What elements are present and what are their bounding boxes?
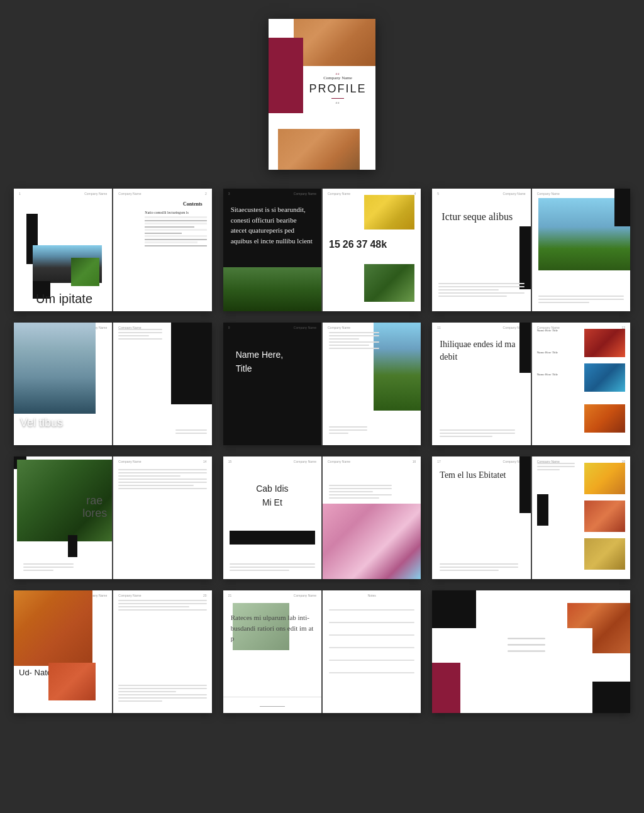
cover-bottom-photo [278, 129, 360, 170]
company-name: Company Name [118, 460, 141, 463]
spread-4-right-page: Company Name 8 [113, 323, 211, 445]
page-header-22: Notes [328, 594, 416, 597]
page-num: 3 [228, 192, 230, 196]
quote-text: Sitaecustest is si bearundit, conesti of… [231, 204, 314, 246]
bottom-divider-line [223, 706, 321, 707]
spread-2: 3 Company Name Sitaecustest is si bearun… [223, 189, 421, 311]
page-num: 11 [437, 326, 441, 329]
spread-9-right-page: Company Name 18 [532, 456, 630, 579]
company-name: Company Name [294, 460, 316, 463]
name-text: Name Here, [236, 348, 283, 362]
bottom-text-lines [118, 685, 206, 704]
spread-11-left-page: 21 Company Name Rateces mi ulparum lab i… [223, 590, 321, 713]
small-text-top [329, 485, 392, 501]
company-name: Company Name [294, 594, 316, 597]
spread-6: 11 Company Name Ihiliquae endes id ma de… [432, 323, 630, 445]
um-ipitate-text: Um ipitate [36, 292, 92, 306]
spread-10: 19 Company Name Ud- Nate Company Name 20 [14, 590, 212, 713]
spread-10-left-page: 19 Company Name Ud- Nate [14, 590, 112, 713]
page-header-2: Company Name 2 [118, 192, 206, 196]
tem-heading: Tem el lus Ebitatet [440, 469, 506, 482]
stat-48k: 48k [370, 239, 387, 250]
spread-5-right-page: Company Name 10 [323, 323, 421, 445]
cab-line1: Cab Idis [223, 482, 321, 495]
vel-tibus-text: Vel tibus [20, 416, 63, 429]
blue-water-photo [584, 363, 625, 392]
spread-7-left-page: 13 Company Name rae lores [14, 456, 112, 579]
name-title-text: Name Here, Title [236, 348, 283, 376]
company-name: Company Name [328, 460, 350, 463]
black-small-block [68, 535, 77, 557]
stat-15: 15 [329, 239, 340, 250]
spread-12-back-cover [432, 590, 630, 713]
small-text-block [438, 283, 524, 299]
left-text [537, 463, 575, 472]
yellow-flowers-photo [364, 195, 414, 230]
page-header-6: Company Name 6 [537, 192, 625, 196]
page-header-14: Company Name 14 [118, 460, 206, 463]
spread-5: 9 Company Name Name Here, Title Company … [223, 323, 421, 445]
page-num: 9 [228, 326, 230, 329]
name1-label: Name Here Title [537, 329, 587, 332]
stats-row: 15 26 37 48k [329, 239, 387, 250]
spread-9-left-page: 17 Company Name Tem el lus Ebitatet [432, 456, 530, 579]
ictur-heading: Ictur seque alibus [441, 211, 513, 224]
page-num: 21 [228, 594, 232, 597]
spread-3-right-page: Company Name 6 [532, 189, 630, 311]
page-header-3: 3 Company Name [228, 192, 316, 196]
cover-tagline: ## [303, 101, 372, 104]
name3-label: Name Here Title [537, 373, 587, 376]
ice-waterfall-photo [14, 323, 96, 414]
cab-line2: Mi Et [223, 495, 321, 509]
page-header-1: 1 Company Name [19, 192, 107, 196]
food-photo-3 [584, 538, 625, 570]
black-right-block [171, 323, 212, 404]
bottom-text-area [329, 426, 367, 436]
black-mid-bar [519, 226, 531, 289]
name-labels: Name Here Title Name Here Title Name Her… [537, 329, 587, 376]
green-photo [71, 258, 99, 286]
center-lines [508, 638, 545, 653]
black-side-bar [519, 323, 531, 373]
spread-8-right-page: Company Name 16 [323, 456, 421, 579]
company-name: Company Name [294, 192, 316, 196]
company-name: Company Name [503, 192, 526, 196]
spread-1-left-page: 1 Company Name Um ipitate [14, 189, 112, 311]
food-large-photo [14, 590, 92, 666]
company-name: Company Name [537, 192, 560, 196]
spread-7-right-page: Company Name 14 [113, 456, 211, 579]
title-text: Title [236, 362, 283, 375]
black-mid-left-block [537, 494, 548, 526]
spread-7: 13 Company Name rae lores Company Name 1… [14, 456, 212, 579]
page-num: 1 [19, 192, 21, 196]
dark-red-bottom-block [432, 663, 460, 713]
food-photo-1 [584, 463, 625, 494]
spread-4: 7 Company Name Vel tibus Company Name 8 [14, 323, 212, 445]
spread-4-left-page: 7 Company Name Vel tibus [14, 323, 112, 445]
page-num: 16 [413, 460, 416, 463]
company-name: Company Name [118, 192, 141, 196]
cherry-blossom-photo [323, 504, 421, 579]
page-header-11: 11 Company Name [437, 326, 525, 329]
bottom-row: 19 Company Name Ud- Nate Company Name 20 [14, 590, 630, 713]
page-header-15: 15 Company Name [228, 460, 316, 463]
company-name: Company Name [294, 326, 316, 329]
spread-10-right-page: Company Name 20 [113, 590, 211, 713]
spread-2-right-page: Company Name 4 15 26 37 48k [323, 189, 421, 311]
ihiliquae-heading: Ihiliquae endes id ma debit [440, 338, 530, 363]
spread-11: 21 Company Name Rateces mi ulparum lab i… [223, 590, 421, 713]
rae-text: rae [86, 494, 103, 507]
food-small-photo [48, 663, 96, 700]
black-top-left-block [432, 590, 476, 628]
spread-8-left-page: 15 Company Name Cab Idis Mi Et [223, 456, 321, 579]
company-name: Company Name [84, 192, 107, 196]
spread-8: 15 Company Name Cab Idis Mi Et Company N… [223, 456, 421, 579]
cover-company-name: Company Name [303, 75, 372, 80]
spread-9: 17 Company Name Tem el lus Ebitatet Comp… [432, 456, 630, 579]
bottom-green-photo [223, 267, 321, 311]
page-header-21: 21 Company Name [228, 594, 316, 597]
small-text-area [329, 332, 379, 351]
spread-6-right-page: Company Name 12 Name Here Title Name Her… [532, 323, 630, 445]
cab-idis-text: Cab Idis Mi Et [223, 482, 321, 510]
cover-section: ## Company Name PROFILE ## [269, 19, 375, 170]
